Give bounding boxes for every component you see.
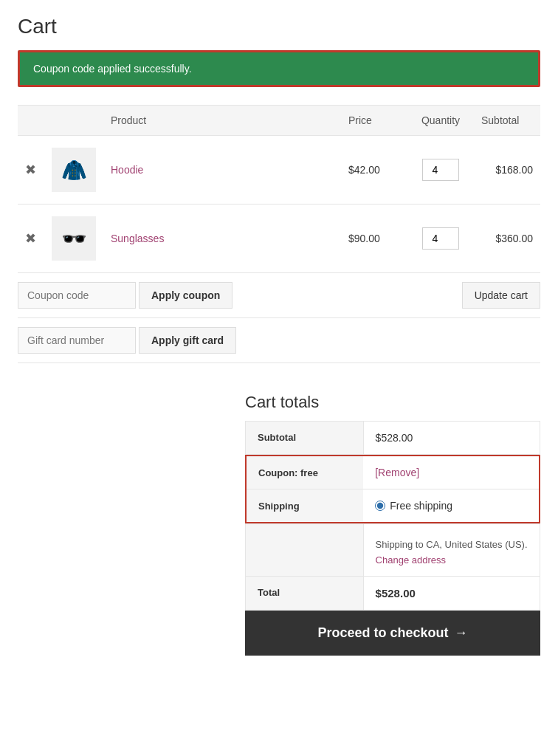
gift-card-row: Apply gift card xyxy=(18,318,540,363)
success-banner: Coupon code applied successfully. xyxy=(18,50,540,87)
shipping-option-cell: Free shipping xyxy=(363,489,540,523)
total-row: Total $528.00 xyxy=(246,577,540,611)
coupon-row: Apply coupon Update cart xyxy=(18,273,540,318)
table-row: 🕶️ Sunglasses $90.00 $360.00 xyxy=(18,205,540,273)
coupon-remove-link[interactable]: [Remove] xyxy=(375,467,419,478)
col-header-remove xyxy=(18,106,44,136)
change-address-link[interactable]: Change address xyxy=(376,554,528,566)
subtotal-value: $528.00 xyxy=(363,422,540,455)
col-header-product: Product xyxy=(103,106,341,136)
shipping-address-text: Shipping to CA, United States (US). xyxy=(376,539,528,550)
coupon-remove-cell: [Remove] xyxy=(363,456,540,489)
sunglasses-thumbnail: 🕶️ xyxy=(52,216,96,261)
hoodie-thumbnail: 🧥 xyxy=(52,148,96,192)
sunglasses-price: $90.00 xyxy=(341,205,407,273)
hoodie-subtotal: $168.00 xyxy=(474,136,540,205)
col-header-quantity: Quantity xyxy=(407,106,474,136)
sunglasses-quantity-input[interactable] xyxy=(422,227,459,250)
total-label: Total xyxy=(246,577,364,611)
coupon-totals-row: Coupon: free [Remove] xyxy=(246,456,540,489)
hoodie-quantity-input[interactable] xyxy=(422,159,459,181)
checkout-button[interactable]: Proceed to checkout → xyxy=(245,611,540,656)
col-header-thumb xyxy=(44,106,103,136)
coupon-code-input[interactable] xyxy=(18,282,136,309)
totals-table-bottom: Shipping to CA, United States (US). Chan… xyxy=(245,523,540,611)
gift-card-input[interactable] xyxy=(18,327,136,354)
remove-sunglasses-button[interactable] xyxy=(25,232,36,245)
total-value: $528.00 xyxy=(363,577,540,611)
hoodie-price: $42.00 xyxy=(341,136,407,205)
checkout-label: Proceed to checkout xyxy=(317,625,448,641)
page-title: Cart xyxy=(18,15,540,38)
col-header-price: Price xyxy=(341,106,407,136)
coupon-label: Coupon: free xyxy=(246,456,363,489)
free-shipping-label: Free shipping xyxy=(390,500,452,512)
hoodie-link[interactable]: Hoodie xyxy=(111,164,143,176)
remove-hoodie-button[interactable] xyxy=(25,163,36,176)
table-row: 🧥 Hoodie $42.00 $168.00 xyxy=(18,136,540,205)
apply-gift-card-button[interactable]: Apply gift card xyxy=(139,327,236,354)
cart-totals-heading: Cart totals xyxy=(245,393,540,412)
update-cart-button[interactable]: Update cart xyxy=(462,282,540,309)
checkout-arrow: → xyxy=(455,625,468,641)
sunglasses-link[interactable]: Sunglasses xyxy=(111,233,164,244)
free-shipping-radio[interactable] xyxy=(375,501,385,511)
sunglasses-subtotal: $360.00 xyxy=(474,205,540,273)
shipping-totals-row: Shipping Free shipping xyxy=(246,489,540,523)
cart-table: Product Price Quantity Subtotal 🧥 Hoodie… xyxy=(18,105,540,273)
shipping-label: Shipping xyxy=(246,489,363,523)
apply-coupon-button[interactable]: Apply coupon xyxy=(139,282,232,309)
shipping-address-row: Shipping to CA, United States (US). Chan… xyxy=(246,524,540,577)
totals-table: Subtotal $528.00 xyxy=(245,421,540,455)
cart-totals-section: Cart totals Subtotal $528.00 Coupon: fre… xyxy=(245,393,540,656)
shipping-address-cell: Shipping to CA, United States (US). Chan… xyxy=(363,524,540,577)
col-header-subtotal: Subtotal xyxy=(474,106,540,136)
coupon-shipping-table: Coupon: free [Remove] Shipping Free ship… xyxy=(245,455,540,523)
subtotal-row: Subtotal $528.00 xyxy=(246,422,540,455)
shipping-address-blank xyxy=(246,524,364,577)
subtotal-label: Subtotal xyxy=(246,422,364,455)
